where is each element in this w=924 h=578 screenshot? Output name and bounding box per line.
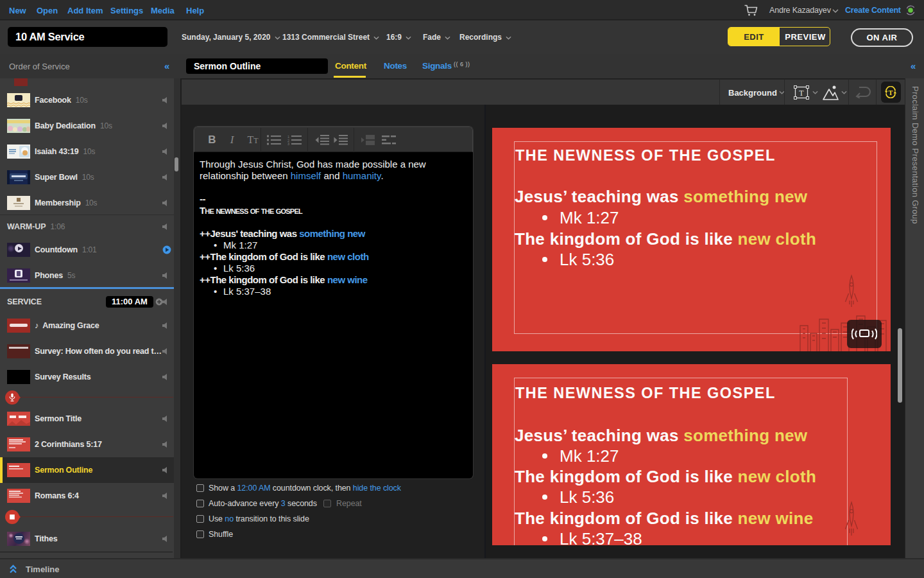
svg-text:3: 3: [287, 142, 289, 145]
svg-text:T: T: [888, 89, 893, 96]
svg-text:T: T: [799, 89, 804, 98]
